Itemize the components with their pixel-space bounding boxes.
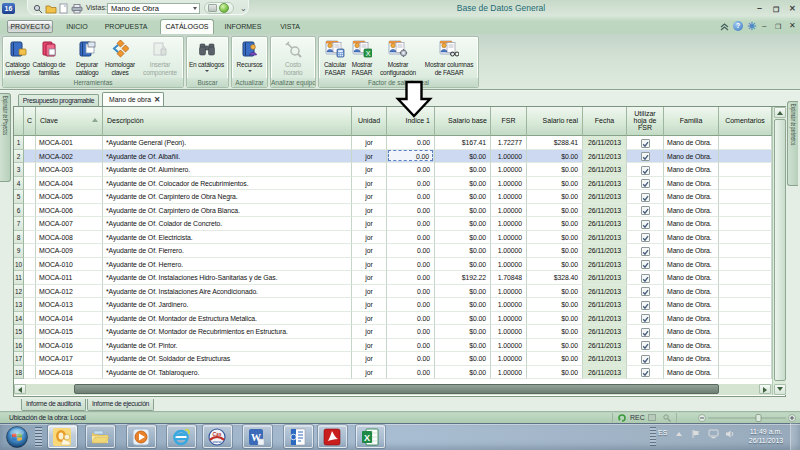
svg-text:W: W — [251, 432, 261, 443]
svg-text:X: X — [364, 433, 370, 443]
svg-text:Cas: Cas — [212, 431, 221, 437]
svg-text:www: www — [213, 439, 222, 444]
svg-text:X: X — [366, 50, 371, 57]
